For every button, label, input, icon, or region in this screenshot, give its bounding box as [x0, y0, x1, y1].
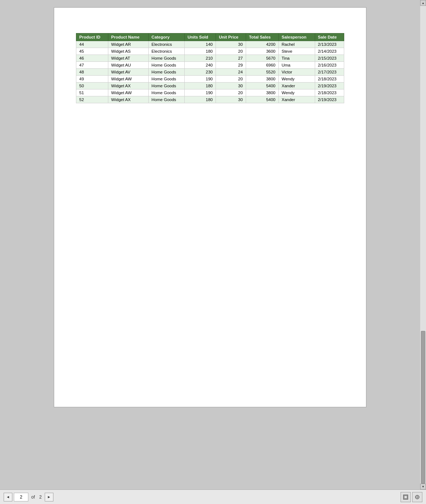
bottom-toolbar: ◄ of 2 ►	[0, 489, 426, 504]
document-page: Product ID Product Name Category Units S…	[54, 7, 366, 407]
fit-page-button[interactable]	[401, 492, 411, 502]
scroll-down-arrow[interactable]: ▼	[420, 484, 426, 489]
data-table: Product ID Product Name Category Units S…	[76, 33, 344, 103]
table-row: 51Widget AWHome Goods190203800Wendy2/18/…	[76, 89, 344, 96]
view-options-icon	[414, 494, 420, 500]
scrollbar-thumb[interactable]	[421, 331, 425, 484]
table-wrapper: Product ID Product Name Category Units S…	[76, 33, 344, 103]
table-row: 47Widget AUHome Goods240296960Uma2/16/20…	[76, 62, 344, 69]
fit-page-icon	[403, 494, 409, 500]
main-area: Product ID Product Name Category Units S…	[0, 0, 426, 489]
page-number-input[interactable]	[14, 493, 28, 501]
scroll-up-arrow[interactable]: ▲	[420, 0, 426, 6]
table-row: 49Widget AWHome Goods190203800Wendy2/18/…	[76, 76, 344, 83]
col-header-product-id: Product ID	[76, 33, 108, 41]
table-header-row: Product ID Product Name Category Units S…	[76, 33, 344, 41]
total-pages-label: 2	[39, 495, 42, 500]
col-header-salesperson: Salesperson	[278, 33, 315, 41]
table-row: 48Widget AVHome Goods230245520Victor2/17…	[76, 69, 344, 76]
next-page-button[interactable]: ►	[45, 493, 53, 501]
page-of-label: of	[31, 495, 35, 500]
col-header-sale-date: Sale Date	[315, 33, 344, 41]
vertical-scrollbar[interactable]: ▲ ▼	[420, 0, 426, 489]
prev-page-button[interactable]: ◄	[4, 493, 12, 501]
page-container: Product ID Product Name Category Units S…	[0, 0, 420, 489]
svg-rect-1	[404, 496, 407, 499]
table-row: 45Widget ASElectronics180203600Steve2/14…	[76, 48, 344, 55]
col-header-units-sold: Units Sold	[184, 33, 216, 41]
table-row: 50Widget AXHome Goods180305400Xander2/19…	[76, 83, 344, 89]
scrollbar-thumb-area	[420, 6, 426, 484]
col-header-product-name: Product Name	[108, 33, 148, 41]
col-header-unit-price: Unit Price	[216, 33, 246, 41]
view-options-button[interactable]	[412, 492, 422, 502]
table-row: 52Widget AXHome Goods180305400Xander2/19…	[76, 96, 344, 103]
col-header-total-sales: Total Sales	[246, 33, 278, 41]
table-row: 46Widget ATHome Goods210275670Tina2/15/2…	[76, 55, 344, 62]
bottom-right-icons	[401, 492, 422, 502]
table-row: 44Widget ARElectronics140304200Rachel2/1…	[76, 41, 344, 48]
col-header-category: Category	[148, 33, 184, 41]
